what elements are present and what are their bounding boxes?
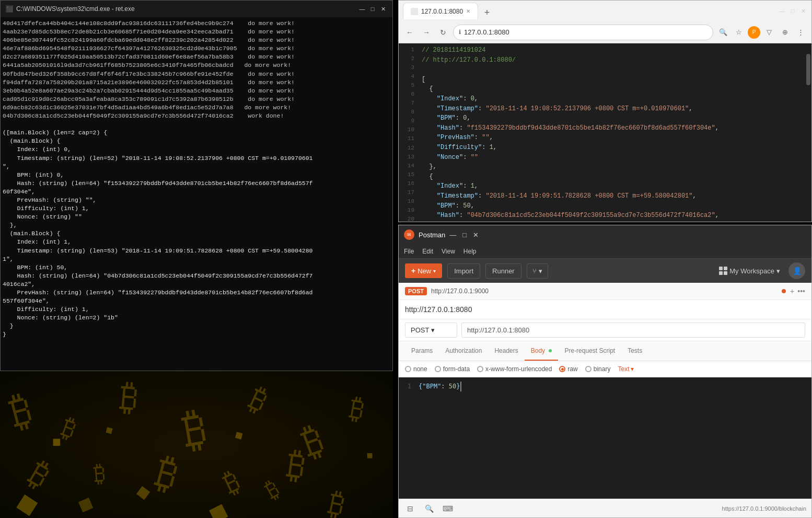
statusbar-keyboard-icon[interactable]: ⌨ — [442, 502, 454, 515]
cmd-window: ⬛ C:\WINDOWS\system32\cmd.exe - ret.exe … — [0, 0, 393, 371]
chrome-back-btn[interactable]: ← — [403, 26, 416, 39]
tab-pre-request[interactable]: Pre-request Script — [558, 342, 621, 361]
postman-titlebar: ✉ Postman — □ ✕ — [399, 225, 811, 244]
new-plus-icon: + — [411, 267, 415, 275]
option-urlencoded[interactable]: x-www-form-urlencoded — [477, 365, 552, 373]
cmd-output: 40d417dfefca44bb404c144e108c8dd9fac93816… — [3, 19, 390, 369]
option-binary-label: binary — [594, 365, 611, 373]
cmd-close-btn[interactable]: ✕ — [379, 5, 387, 13]
chrome-bookmark-icon[interactable]: ☆ — [732, 26, 746, 39]
option-form-data[interactable]: form-data — [435, 365, 470, 373]
workspace-dropdown-icon: ▾ — [776, 267, 780, 275]
chrome-reload-btn[interactable]: ↻ — [436, 26, 450, 39]
option-binary[interactable]: binary — [585, 365, 611, 373]
menu-file[interactable]: File — [404, 248, 414, 255]
editor-content[interactable]: {"BPM": 50} — [414, 377, 811, 499]
chrome-new-tab-btn[interactable]: + — [480, 6, 494, 19]
radio-none[interactable] — [405, 366, 411, 372]
bitcoin-background: ₿ ₿ ₿ ₿ ₿ ₿ ₿ ₿ ₿ ₿ ₿ ₿ ◆ ◆ ◆ ◆ ₿ ₿ ◆ ◆ … — [0, 371, 393, 518]
tab-tests[interactable]: Tests — [621, 342, 648, 361]
postman-method-select[interactable]: POST ▾ — [405, 323, 457, 338]
chrome-tab-close-btn[interactable]: ✕ — [466, 8, 470, 14]
statusbar-url-hint: https://127.0.0.1:9000/blockchain — [722, 505, 806, 512]
chrome-tab[interactable]: 127.0.0.1:8080 ✕ — [403, 3, 478, 19]
postman-window: ✉ Postman — □ ✕ File Edit View Help + Ne… — [398, 225, 812, 518]
postman-import-btn[interactable]: Import — [447, 263, 480, 279]
menu-help[interactable]: Help — [463, 248, 477, 255]
postman-fork-btn[interactable]: ⑂ ▾ — [527, 263, 548, 279]
chrome-address-bar[interactable]: ℹ 127.0.0.1:8080 — [453, 25, 713, 40]
more-options-icon[interactable]: ••• — [797, 287, 805, 295]
chrome-scrollbar[interactable] — [804, 43, 811, 222]
postman-code-editor[interactable]: 1 {"BPM": 50} — [399, 377, 811, 499]
option-none[interactable]: none — [405, 365, 427, 373]
postman-toolbar: + New ▾ Import Runner ⑂ ▾ My Workspace ▾… — [399, 259, 811, 283]
statusbar-search-icon[interactable]: 🔍 — [423, 502, 435, 515]
radio-raw[interactable] — [559, 366, 565, 372]
radio-form-data[interactable] — [435, 366, 441, 372]
menu-edit[interactable]: Edit — [422, 248, 433, 255]
menu-view[interactable]: View — [442, 248, 455, 255]
tab-params[interactable]: Params — [405, 342, 439, 361]
cmd-minimize-btn[interactable]: — — [358, 5, 366, 13]
option-none-label: none — [413, 365, 427, 373]
postman-url-input[interactable] — [461, 323, 805, 338]
request-action-icons: + ••• — [790, 287, 805, 295]
chrome-forward-btn[interactable]: → — [420, 26, 433, 39]
add-request-icon[interactable]: + — [790, 287, 794, 295]
radio-binary[interactable] — [585, 366, 591, 372]
tab-headers[interactable]: Headers — [488, 342, 524, 361]
chrome-maximize-btn[interactable]: □ — [788, 7, 797, 15]
chrome-navbar: ← → ↻ ℹ 127.0.0.1:8080 🔍 ☆ P ▽ ⊕ ⋮ — [399, 21, 811, 43]
postman-body-content: none form-data x-www-form-urlencoded raw… — [399, 361, 811, 499]
cmd-controls: — □ ✕ — [358, 5, 387, 13]
postman-text-dropdown[interactable]: Text ▾ — [618, 365, 634, 373]
postman-request-bar: POST http://127.0.0.1:9000 + ••• — [399, 283, 811, 300]
radio-urlencoded[interactable] — [477, 366, 483, 372]
tab-body[interactable]: Body — [525, 342, 559, 361]
chrome-toolbar-icons: 🔍 ☆ P ▽ ⊕ ⋮ — [716, 26, 807, 39]
chrome-close-btn[interactable]: ✕ — [799, 7, 807, 15]
chrome-line-numbers: 12345678910111213141516171819202122 — [399, 43, 417, 222]
chrome-json-content: // 20181114191024 // http://127.0.0.1:80… — [417, 43, 804, 222]
option-raw-label: raw — [567, 365, 577, 373]
new-btn-label: New — [417, 267, 431, 275]
chrome-titlebar: 127.0.0.1:8080 ✕ + — □ ✕ — [399, 1, 811, 21]
postman-statusbar: ⊟ 🔍 ⌨ https://127.0.0.1:9000/blockchain — [399, 499, 811, 517]
postman-window-controls: — □ ✕ — [449, 231, 479, 239]
chrome-ext2-icon[interactable]: ⊕ — [778, 26, 792, 39]
postman-request-tabs: Params Authorization Headers Body Pre-re… — [399, 341, 811, 361]
postman-workspace-btn[interactable]: My Workspace ▾ — [719, 267, 780, 275]
chrome-ext1-icon[interactable]: ▽ — [762, 26, 776, 39]
postman-logo-icon: ✉ — [404, 229, 414, 240]
new-dropdown-icon: ▾ — [433, 268, 436, 274]
postman-close-btn[interactable]: ✕ — [473, 231, 479, 239]
option-urlencoded-label: x-www-form-urlencoded — [485, 365, 552, 373]
chrome-scrollbar-thumb[interactable] — [806, 54, 810, 85]
postman-runner-btn[interactable]: Runner — [485, 263, 521, 279]
statusbar-layout-icon[interactable]: ⊟ — [404, 502, 416, 515]
tab-favicon — [411, 8, 418, 15]
postman-request-form: POST ▾ — [399, 319, 811, 341]
chrome-profile-icon[interactable]: P — [748, 26, 760, 39]
editor-line-numbers: 1 — [399, 377, 414, 499]
cmd-icon: ⬛ — [6, 5, 13, 13]
request-url-display: http://127.0.0.1:9000 — [431, 287, 778, 295]
postman-new-btn[interactable]: + New ▾ — [405, 263, 442, 278]
cmd-content: 40d417dfefca44bb404c144e108c8dd9fac93816… — [1, 17, 392, 371]
postman-maximize-btn[interactable]: □ — [462, 231, 467, 239]
postman-menubar: File Edit View Help — [399, 244, 811, 259]
postman-minimize-btn[interactable]: — — [449, 231, 456, 239]
method-select-value: POST — [411, 326, 429, 334]
option-raw[interactable]: raw — [559, 365, 577, 373]
chrome-minimize-btn[interactable]: — — [778, 7, 786, 15]
tab-authorization[interactable]: Authorization — [439, 342, 488, 361]
request-method-badge: POST — [405, 287, 427, 295]
postman-body: POST http://127.0.0.1:9000 + ••• http://… — [399, 283, 811, 499]
option-form-data-label: form-data — [443, 365, 470, 373]
postman-user-avatar[interactable]: 👤 — [788, 262, 805, 279]
cmd-maximize-btn[interactable]: □ — [368, 5, 377, 13]
postman-body-options: none form-data x-www-form-urlencoded raw… — [399, 361, 811, 377]
chrome-menu-icon[interactable]: ⋮ — [794, 26, 807, 39]
chrome-search-icon[interactable]: 🔍 — [716, 26, 730, 39]
